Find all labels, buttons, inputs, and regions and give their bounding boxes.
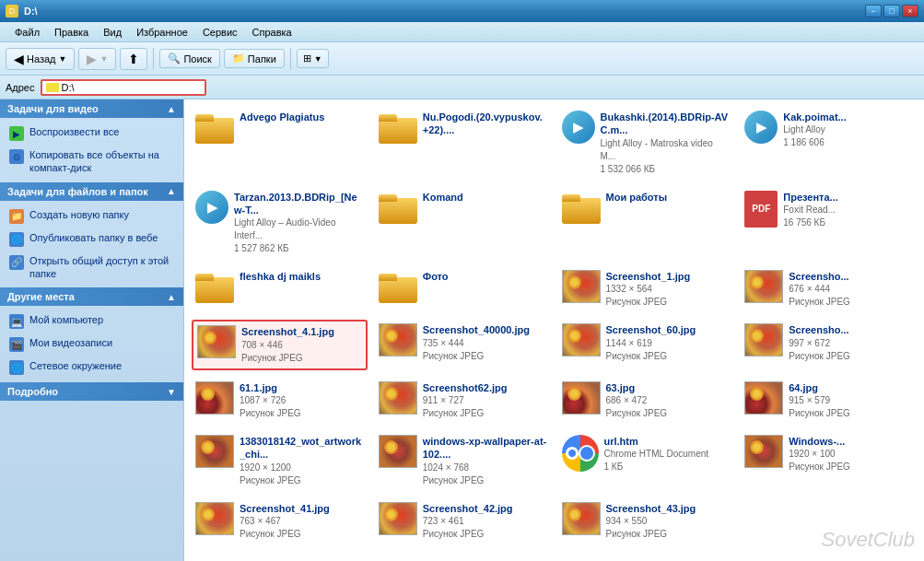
file-item-screenshot60[interactable]: Screenshot_60.jpg 1144 × 619Рисунок JPEG <box>558 320 734 369</box>
sidebar-file-content: 📁 Создать новую папку 🌐 Опубликовать пап… <box>0 201 183 288</box>
network-icon: 🌐 <box>9 360 24 375</box>
image-thumbnail <box>195 381 234 415</box>
sidebar-section-file-label: Задачи для файлов и папок <box>7 186 148 197</box>
file-info: 63.jpg 686 × 472Рисунок JPEG <box>606 381 731 420</box>
sidebar-section-details-arrow: ▼ <box>167 387 176 397</box>
file-item-foto[interactable]: Фото <box>375 266 551 312</box>
image-thumbnail <box>379 323 417 356</box>
file-info: Мои работы <box>606 191 731 204</box>
network-label: Сетевое окружение <box>29 359 122 372</box>
file-info: url.htm Chrome HTML Document1 КБ <box>604 435 731 473</box>
address-label: Адрес <box>6 82 35 93</box>
sidebar-item-create-folder[interactable]: 📁 Создать новую папку <box>0 205 183 228</box>
menu-bar: Файл Правка Вид Избранное Сервис Справка <box>0 22 924 42</box>
file-meta: 1332 × 564Рисунок JPEG <box>606 283 731 309</box>
folders-button[interactable]: 📁 Папки <box>224 49 285 68</box>
menu-favorites[interactable]: Избранное <box>129 25 195 40</box>
file-meta: 997 × 672Рисунок JPEG <box>789 337 913 363</box>
file-meta: 915 × 579Рисунок JPEG <box>789 394 913 420</box>
minimize-button[interactable]: − <box>865 5 882 18</box>
my-videos-icon: 🎬 <box>9 337 24 352</box>
file-item-img611[interactable]: 61.1.jpg 1087 × 726Рисунок JPEG <box>192 378 368 424</box>
sidebar-item-play-all[interactable]: ▶ Воспроизвести все <box>0 122 183 145</box>
folders-icon: 📁 <box>232 53 245 64</box>
menu-help[interactable]: Справка <box>245 25 299 40</box>
copy-disc-label: Копировать все объекты на компакт-диск <box>29 148 174 175</box>
file-item-screenshot43[interactable]: Screenshot_43.jpg 934 × 550Рисунок JPEG <box>558 498 734 544</box>
menu-edit[interactable]: Правка <box>47 25 96 40</box>
share-folder-label: Открыть общий доступ к этой папке <box>29 254 174 281</box>
file-item-img64[interactable]: 64.jpg 915 × 579Рисунок JPEG <box>741 378 917 424</box>
sidebar-item-copy-disc[interactable]: ⊙ Копировать все объекты на компакт-диск <box>0 145 183 179</box>
file-item-advego[interactable]: Advego Plagiatus <box>192 107 368 180</box>
file-item-screenshot1[interactable]: Screenshot_1.jpg 1332 × 564Рисунок JPEG <box>558 266 734 312</box>
file-item-prezenta[interactable]: PDF Презента... Foxit Read...16 756 КБ <box>741 187 917 260</box>
sidebar-item-my-computer[interactable]: 💻 Мой компьютер <box>0 310 183 333</box>
sidebar-section-file-tasks[interactable]: Задачи для файлов и папок ▲ <box>0 182 183 201</box>
file-item-screenshot-right1[interactable]: Screensho... 676 × 444Рисунок JPEG <box>741 266 917 312</box>
forward-button[interactable]: ▶ ▼ <box>78 48 116 70</box>
view-button[interactable]: ⊞ ▼ <box>297 49 329 68</box>
file-name: Презента... <box>783 191 913 204</box>
menu-file[interactable]: Файл <box>7 25 47 40</box>
file-name: Фото <box>423 270 547 283</box>
menu-view[interactable]: Вид <box>96 25 129 40</box>
sidebar-section-video-tasks[interactable]: Задачи для видео ▲ <box>0 99 183 118</box>
file-info: Screenshot_1.jpg 1332 × 564Рисунок JPEG <box>606 270 731 309</box>
sidebar: Задачи для видео ▲ ▶ Воспроизвести все ⊙… <box>0 99 184 561</box>
file-item-tarzan[interactable]: ▶ Tarzan.2013.D.BDRip_[New-T... Light Al… <box>192 187 368 260</box>
search-button[interactable]: 🔍 Поиск <box>159 49 219 68</box>
file-item-fleshka[interactable]: fleshka dj maikls <box>192 266 368 312</box>
title-bar-text: D:\ <box>24 6 865 17</box>
main-area: Задачи для видео ▲ ▶ Воспроизвести все ⊙… <box>0 99 924 561</box>
play-all-label: Воспроизвести все <box>29 125 119 138</box>
address-value: D:\ <box>62 82 75 93</box>
file-info: 61.1.jpg 1087 × 726Рисунок JPEG <box>240 381 364 420</box>
file-item-screenshot-right2[interactable]: Screensho... 997 × 672Рисунок JPEG <box>741 320 917 369</box>
file-item-img63[interactable]: 63.jpg 686 × 472Рисунок JPEG <box>558 378 734 424</box>
folder-icon <box>379 191 417 224</box>
sidebar-item-publish-web[interactable]: 🌐 Опубликовать папку в вебе <box>0 228 183 251</box>
sidebar-section-details[interactable]: Подробно ▼ <box>0 382 183 401</box>
file-item-wot-artwork[interactable]: 1383018142_wot_artwork_chi... 1920 × 120… <box>192 431 368 491</box>
watermark: SovetClub <box>821 528 915 552</box>
back-button[interactable]: ◀ Назад ▼ <box>6 48 75 70</box>
file-item-screenshot42[interactable]: Screenshot_42.jpg 723 × 461Рисунок JPEG <box>375 498 551 544</box>
title-bar-buttons: − □ × <box>865 5 918 18</box>
sidebar-item-share-folder[interactable]: 🔗 Открыть общий доступ к этой папке <box>0 251 183 285</box>
close-button[interactable]: × <box>902 5 918 18</box>
file-meta: 934 × 550Рисунок JPEG <box>606 515 731 541</box>
file-item-screenshot41b[interactable]: Screenshot_41.jpg 763 × 467Рисунок JPEG <box>192 498 368 544</box>
lightalloy-icon: ▶ <box>562 111 595 144</box>
file-item-screenshot62[interactable]: Screenshot62.jpg 911 × 727Рисунок JPEG <box>375 378 551 424</box>
file-info: Windows-... 1920 × 100Рисунок JPEG <box>789 435 913 473</box>
up-button[interactable]: ⬆ <box>120 48 147 70</box>
image-thumbnail <box>379 381 417 415</box>
address-input[interactable]: D:\ <box>41 79 206 96</box>
pdf-icon: PDF <box>744 191 778 228</box>
file-item-url-htm[interactable]: url.htm Chrome HTML Document1 КБ <box>558 431 734 491</box>
menu-service[interactable]: Сервис <box>195 25 245 40</box>
image-thumbnail <box>562 381 601 415</box>
file-item-moi-raboty[interactable]: Мои работы <box>558 187 734 260</box>
sidebar-item-my-videos[interactable]: 🎬 Мои видеозаписи <box>0 333 183 356</box>
file-item-windows-xp-wallpaper[interactable]: windows-xp-wallpaper-at-102.... 1024 × 7… <box>375 431 551 491</box>
file-name: Screensho... <box>789 270 913 283</box>
file-info: Фото <box>423 270 547 283</box>
my-computer-label: Мой компьютер <box>29 313 103 326</box>
file-item-bukashki[interactable]: ▶ Bukashki.(2014).BDRip-AVC.m... Light A… <box>558 107 734 180</box>
file-item-nu-pogodi[interactable]: Nu.Pogodi.(20.vypuskov.+22).... <box>375 107 551 180</box>
file-meta: 1087 × 726Рисунок JPEG <box>240 394 364 420</box>
file-item-windows-right[interactable]: Windows-... 1920 × 100Рисунок JPEG <box>741 431 917 491</box>
file-item-screenshot40000[interactable]: Screenshot_40000.jpg 735 × 444Рисунок JP… <box>375 320 551 369</box>
file-item-komand[interactable]: Komand <box>375 187 551 260</box>
sidebar-section-other-places[interactable]: Другие места ▲ <box>0 287 183 306</box>
file-info: 1383018142_wot_artwork_chi... 1920 × 120… <box>240 435 364 487</box>
file-item-kak-poimat[interactable]: ▶ Kak.poimat... Light Alloy1 186 606 <box>741 107 917 180</box>
file-name: Screenshot_42.jpg <box>423 502 547 515</box>
file-info: Kak.poimat... Light Alloy1 186 606 <box>783 111 913 149</box>
file-item-screenshot41[interactable]: Screenshot_4.1.jpg 708 × 446Рисунок JPEG <box>192 320 368 369</box>
restore-button[interactable]: □ <box>883 5 900 18</box>
file-meta: 723 × 461Рисунок JPEG <box>423 515 547 541</box>
sidebar-item-network[interactable]: 🌐 Сетевое окружение <box>0 356 183 379</box>
